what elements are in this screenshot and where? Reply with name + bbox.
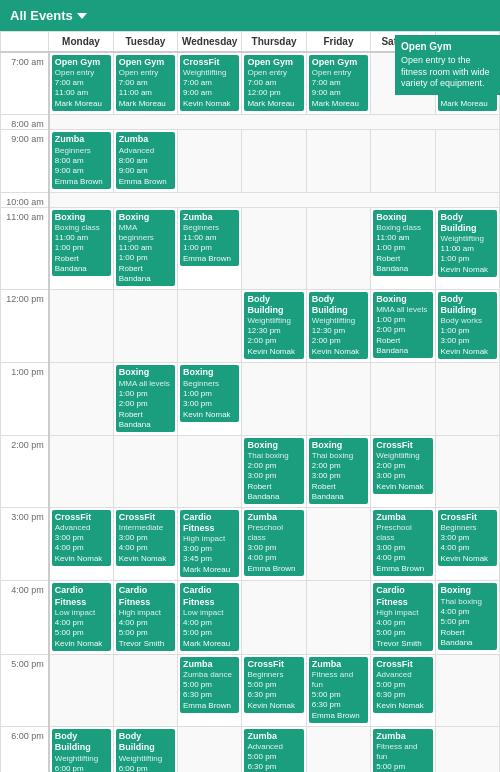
event-sun-6pm [435, 727, 499, 773]
event-mon-7am[interactable]: Open Gym Open entry 7:00 am 11:00 am Mar… [49, 52, 113, 115]
thursday-header: Thursday [242, 32, 306, 53]
event-tue-9am[interactable]: Zumba Advanced 8:00 am 9:00 am Emma Brow… [113, 130, 177, 192]
table-row: 12:00 pm Body Building Weightlifting 12:… [1, 289, 500, 363]
event-thu-11am [242, 207, 306, 289]
event-mon-1pm [49, 363, 113, 435]
time-label-8am: 8:00 am [1, 115, 49, 130]
monday-header: Monday [49, 32, 113, 53]
friday-header: Friday [306, 32, 370, 53]
table-row: 11:00 am Boxing Boxing class 11:00 am 1:… [1, 207, 500, 289]
event-wed-7am[interactable]: CrossFit Weightlifting 7:00 am 9:00 am K… [178, 52, 242, 115]
event-tue-3pm[interactable]: CrossFit Intermediate 3:00 pm 4:00 pm Ke… [113, 507, 177, 581]
event-thu-4pm [242, 581, 306, 655]
event-mon-11am[interactable]: Boxing Boxing class 11:00 am 1:00 pm Rob… [49, 207, 113, 289]
event-fri-5pm[interactable]: Zumba Fitness and fun 5:00 pm 6:30 pm Em… [306, 654, 370, 726]
event-wed-11am[interactable]: Zumba Beginners 11:00 am 1:00 pm Emma Br… [178, 207, 242, 289]
event-thu-2pm[interactable]: Boxing Thai boxing 2:00 pm 3:00 pm Rober… [242, 435, 306, 507]
time-label-6pm: 6:00 pm [1, 727, 49, 773]
event-thu-7am[interactable]: Open Gym Open entry 7:00 am 12:00 pm Mar… [242, 52, 306, 115]
event-tue-4pm[interactable]: Cardio Fitness High impact 4:00 pm 5:00 … [113, 581, 177, 655]
event-fri-9am [306, 130, 370, 192]
time-label-12pm: 12:00 pm [1, 289, 49, 363]
event-sat-5pm[interactable]: CrossFit Advanced 5:00 pm 6:30 pm Kevin … [371, 654, 435, 726]
event-sun-12pm[interactable]: Body Building Body works 1:00 pm 3:00 pm… [435, 289, 499, 363]
event-thu-3pm[interactable]: Zumba Preschool class 3:00 pm 4:00 pm Em… [242, 507, 306, 581]
event-wed-4pm[interactable]: Cardio Fitness Low impact 4:00 pm 5:00 p… [178, 581, 242, 655]
time-label-4pm: 4:00 pm [1, 581, 49, 655]
event-sat-9am [371, 130, 435, 192]
event-sat-4pm[interactable]: Cardio Fitness High impact 4:00 pm 5:00 … [371, 581, 435, 655]
event-fri-6pm [306, 727, 370, 773]
event-fri-7am[interactable]: Open Gym Open entry 7:00 am 9:00 am Mark… [306, 52, 370, 115]
event-mon-9am[interactable]: Zumba Beginners 8:00 am 9:00 am Emma Bro… [49, 130, 113, 192]
tuesday-header: Tuesday [113, 32, 177, 53]
event-mon-4pm[interactable]: Cardio Fitness Low impact 4:00 pm 5:00 p… [49, 581, 113, 655]
filter-label: All Events [10, 8, 73, 23]
event-wed-3pm[interactable]: Cardio Fitness High impact 3:00 pm 3:45 … [178, 507, 242, 581]
time-label-10am: 10:00 am [1, 192, 49, 207]
event-tue-2pm [113, 435, 177, 507]
event-wed-5pm[interactable]: Zumba Zumba dance 5:00 pm 6:30 pm Emma B… [178, 654, 242, 726]
table-row: 3:00 pm CrossFit Advanced 3:00 pm 4:00 p… [1, 507, 500, 581]
app-container: All Events Open Gym Open entry to the fi… [0, 0, 500, 772]
event-wed-6pm [178, 727, 242, 773]
event-tue-1pm[interactable]: Boxing MMA all levels 1:00 pm 2:00 pm Ro… [113, 363, 177, 435]
event-sun-11am[interactable]: Body Building Weightlifting 11:00 am 1:0… [435, 207, 499, 289]
table-row: 6:00 pm Body Building Weightlifting 6:00… [1, 727, 500, 773]
event-sat-6pm[interactable]: Zumba Fitness and fun 5:00 pm 6:30 pm Em… [371, 727, 435, 773]
event-thu-9am [242, 130, 306, 192]
event-sun-3pm[interactable]: CrossFit Beginners 3:00 pm 4:00 pm Kevin… [435, 507, 499, 581]
empty-10am [49, 192, 500, 207]
schedule-wrapper: Open Gym Open entry to the fitness room … [0, 31, 500, 772]
event-sun-4pm[interactable]: Boxing Thai boxing 4:00 pm 5:00 pm Rober… [435, 581, 499, 655]
time-label-7am: 7:00 am [1, 52, 49, 115]
event-wed-1pm[interactable]: Boxing Beginners 1:00 pm 3:00 pm Kevin N… [178, 363, 242, 435]
event-wed-9am [178, 130, 242, 192]
event-sat-1pm [371, 363, 435, 435]
event-mon-12pm [49, 289, 113, 363]
event-fri-12pm[interactable]: Body Building Weightlifting 12:30 pm 2:0… [306, 289, 370, 363]
chevron-down-icon [77, 13, 87, 19]
time-label-1pm: 1:00 pm [1, 363, 49, 435]
event-sat-3pm[interactable]: Zumba Preschool class 3:00 pm 4:00 pm Em… [371, 507, 435, 581]
table-row: 1:00 pm Boxing MMA all levels 1:00 pm 2:… [1, 363, 500, 435]
time-label-9am: 9:00 am [1, 130, 49, 192]
event-tue-11am[interactable]: Boxing MMA beginners 11:00 am 1:00 pm Ro… [113, 207, 177, 289]
table-row: 5:00 pm Zumba Zumba dance 5:00 pm 6:30 p… [1, 654, 500, 726]
empty-8am [49, 115, 500, 130]
event-thu-12pm[interactable]: Body Building Weightlifting 12:30 pm 2:0… [242, 289, 306, 363]
filter-dropdown[interactable]: All Events [10, 8, 87, 23]
tooltip-title: Open Gym [401, 40, 494, 53]
event-thu-6pm[interactable]: Zumba Advanced 5:00 pm 6:30 pm Emma Brow… [242, 727, 306, 773]
wednesday-header: Wednesday [178, 32, 242, 53]
event-tue-12pm [113, 289, 177, 363]
event-tue-7am[interactable]: Open Gym Open entry 7:00 am 11:00 am Mar… [113, 52, 177, 115]
tooltip-description: Open entry to the fitness room with wide… [401, 55, 494, 90]
event-sat-11am[interactable]: Boxing Boxing class 11:00 am 1:00 pm Rob… [371, 207, 435, 289]
header-bar: All Events [0, 0, 500, 31]
event-tue-6pm[interactable]: Body Building Weightlifting 6:00 pm 7:30… [113, 727, 177, 773]
event-mon-2pm [49, 435, 113, 507]
event-mon-6pm[interactable]: Body Building Weightlifting 6:00 pm 7:30… [49, 727, 113, 773]
event-sat-12pm[interactable]: Boxing MMA all levels 1:00 pm 2:00 pm Ro… [371, 289, 435, 363]
event-sat-2pm[interactable]: CrossFit Weightlifting 2:00 pm 3:00 pm K… [371, 435, 435, 507]
event-sun-5pm [435, 654, 499, 726]
time-label-11am: 11:00 am [1, 207, 49, 289]
table-row: 4:00 pm Cardio Fitness Low impact 4:00 p… [1, 581, 500, 655]
event-fri-4pm [306, 581, 370, 655]
time-label-2pm: 2:00 pm [1, 435, 49, 507]
event-mon-3pm[interactable]: CrossFit Advanced 3:00 pm 4:00 pm Kevin … [49, 507, 113, 581]
time-label-5pm: 5:00 pm [1, 654, 49, 726]
schedule-table: Monday Tuesday Wednesday Thursday Friday… [0, 31, 500, 772]
event-thu-5pm[interactable]: CrossFit Beginners 5:00 pm 6:30 pm Kevin… [242, 654, 306, 726]
event-mon-5pm [49, 654, 113, 726]
open-gym-tooltip: Open Gym Open entry to the fitness room … [395, 35, 500, 95]
event-wed-2pm [178, 435, 242, 507]
event-fri-11am [306, 207, 370, 289]
event-fri-2pm[interactable]: Boxing Thai boxing 2:00 pm 3:00 pm Rober… [306, 435, 370, 507]
event-thu-1pm [242, 363, 306, 435]
table-row: 9:00 am Zumba Beginners 8:00 am 9:00 am … [1, 130, 500, 192]
table-row: 8:00 am [1, 115, 500, 130]
table-row: 10:00 am [1, 192, 500, 207]
time-label-3pm: 3:00 pm [1, 507, 49, 581]
